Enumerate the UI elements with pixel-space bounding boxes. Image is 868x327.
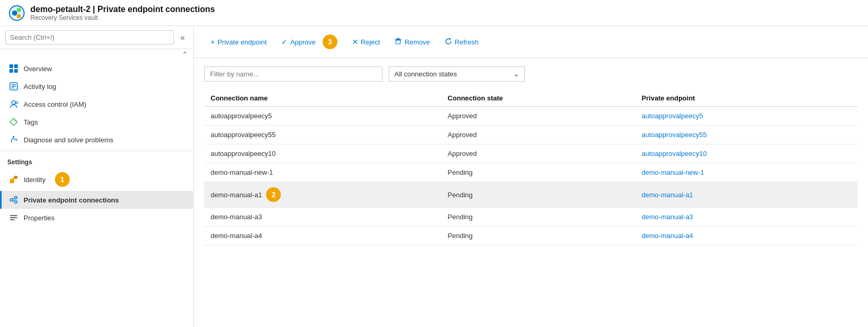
endpoint-link[interactable]: autoapprovalpeecy55 xyxy=(642,131,707,139)
sidebar: « ⌃ Overview Activity log Access control… xyxy=(0,26,194,327)
cell-private-endpoint[interactable]: demo-manual-new-1 xyxy=(635,163,858,182)
row-badge-2: 2 xyxy=(266,187,281,202)
table-row[interactable]: demo-manual-new-1Pendingdemo-manual-new-… xyxy=(204,163,858,182)
reject-button[interactable]: ✕ Reject xyxy=(346,35,387,49)
sidebar-item-tags[interactable]: Tags xyxy=(0,113,193,131)
cell-private-endpoint[interactable]: autoapprovalpeecy5 xyxy=(635,107,858,126)
svg-rect-5 xyxy=(14,64,18,68)
diagnose-icon xyxy=(9,135,18,144)
sidebar-item-diagnose-label: Diagnose and solve problems xyxy=(24,136,113,144)
plus-icon: + xyxy=(211,38,215,46)
filter-name-input[interactable] xyxy=(204,66,382,82)
svg-rect-25 xyxy=(10,215,17,216)
iam-icon xyxy=(9,99,18,109)
svg-point-21 xyxy=(15,197,17,199)
sidebar-item-properties[interactable]: Properties xyxy=(0,209,193,227)
title-bar: demo-petault-2 | Private endpoint connec… xyxy=(0,0,868,26)
table-row[interactable]: autoapprovalpeecy10Approvedautoapprovalp… xyxy=(204,144,858,163)
cell-private-endpoint[interactable]: autoapprovalpeecy55 xyxy=(635,126,858,144)
sidebar-item-activity-log-label: Activity log xyxy=(24,83,56,91)
sidebar-item-activity-log[interactable]: Activity log xyxy=(0,77,193,95)
refresh-button[interactable]: Refresh xyxy=(438,35,485,50)
chevron-down-icon: ⌄ xyxy=(513,70,519,78)
endpoint-connections-icon xyxy=(9,195,18,205)
title-text: demo-petault-2 | Private endpoint connec… xyxy=(30,5,215,21)
connections-table: Connection name Connection state Private… xyxy=(204,90,858,245)
svg-point-22 xyxy=(15,201,17,204)
svg-marker-30 xyxy=(449,38,451,40)
svg-point-13 xyxy=(16,102,18,104)
cell-connection-name: autoapprovalpeecy10 xyxy=(204,144,442,163)
sidebar-item-diagnose[interactable]: Diagnose and solve problems xyxy=(0,131,193,149)
cell-connection-state: Pending xyxy=(442,208,635,227)
cell-connection-name: demo-manual-a3 xyxy=(204,208,442,227)
svg-rect-7 xyxy=(14,69,18,73)
svg-line-24 xyxy=(13,200,15,201)
sidebar-item-tags-label: Tags xyxy=(24,118,38,126)
scroll-up-button[interactable]: ⌃ xyxy=(182,50,188,59)
settings-section-label: Settings xyxy=(0,151,193,168)
cell-connection-state: Approved xyxy=(442,107,635,126)
approve-label: Approve xyxy=(290,38,315,46)
sidebar-item-overview[interactable]: Overview xyxy=(0,60,193,77)
cell-private-endpoint[interactable]: demo-manual-a1 xyxy=(635,182,858,208)
table-row[interactable]: demo-manual-a3Pendingdemo-manual-a3 xyxy=(204,208,858,227)
endpoint-link[interactable]: demo-manual-a4 xyxy=(642,232,693,240)
toolbar: + Private endpoint ✓ Approve 3 ✕ Reject … xyxy=(194,26,868,58)
table-row[interactable]: demo-manual-a4Pendingdemo-manual-a4 xyxy=(204,227,858,245)
svg-point-20 xyxy=(10,199,13,201)
cell-connection-state: Pending xyxy=(442,182,635,208)
cell-private-endpoint[interactable]: demo-manual-a3 xyxy=(635,208,858,227)
filter-state-select[interactable]: All connection states ⌄ xyxy=(389,66,525,82)
properties-icon xyxy=(9,213,18,222)
app-icon xyxy=(8,5,25,21)
sidebar-search-container: « xyxy=(0,26,193,49)
sidebar-item-access-control-label: Access control (IAM) xyxy=(24,100,86,108)
svg-rect-29 xyxy=(397,38,400,39)
trash-icon xyxy=(394,38,402,47)
svg-rect-26 xyxy=(10,217,17,218)
filter-state-label: All connection states xyxy=(394,70,457,78)
svg-point-3 xyxy=(17,14,21,18)
table-row[interactable]: autoapprovalpeecy55Approvedautoapprovalp… xyxy=(204,126,858,144)
endpoint-link[interactable]: demo-manual-a1 xyxy=(642,191,693,199)
cell-private-endpoint[interactable]: demo-manual-a4 xyxy=(635,227,858,245)
col-header-connection-name: Connection name xyxy=(204,90,442,107)
endpoint-link[interactable]: demo-manual-new-1 xyxy=(642,168,704,176)
sidebar-item-endpoint-label: Private endpoint connections xyxy=(24,196,119,204)
sidebar-collapse-button[interactable]: « xyxy=(177,32,188,43)
remove-label: Remove xyxy=(404,38,430,46)
add-private-endpoint-button[interactable]: + Private endpoint xyxy=(204,35,273,49)
remove-button[interactable]: Remove xyxy=(388,35,436,50)
search-input[interactable] xyxy=(5,30,174,44)
svg-rect-6 xyxy=(9,69,13,73)
svg-rect-17 xyxy=(10,179,14,183)
svg-point-2 xyxy=(17,8,21,12)
refresh-label: Refresh xyxy=(455,38,479,46)
approve-button[interactable]: ✓ Approve 3 xyxy=(275,31,343,52)
content-area: All connection states ⌄ Connection name … xyxy=(194,58,868,327)
cell-private-endpoint[interactable]: autoapprovalpeecy10 xyxy=(635,144,858,163)
sidebar-item-identity[interactable]: Identity 1 xyxy=(0,168,193,191)
cell-connection-name: demo-manual-a12 xyxy=(204,182,442,208)
scroll-up-container: ⌃ xyxy=(0,49,193,60)
refresh-icon xyxy=(445,38,452,47)
identity-icon xyxy=(9,175,18,184)
endpoint-link[interactable]: demo-manual-a3 xyxy=(642,213,693,221)
sidebar-badge-1: 1 xyxy=(55,172,70,187)
endpoint-link[interactable]: autoapprovalpeecy5 xyxy=(642,112,703,120)
table-body: autoapprovalpeecy5Approvedautoapprovalpe… xyxy=(204,107,858,245)
svg-point-12 xyxy=(12,101,16,105)
x-icon: ✕ xyxy=(352,38,358,46)
sidebar-item-access-control[interactable]: Access control (IAM) xyxy=(0,95,193,113)
col-header-connection-state: Connection state xyxy=(442,90,635,107)
sidebar-item-private-endpoint-connections[interactable]: Private endpoint connections xyxy=(0,191,193,209)
table-row[interactable]: autoapprovalpeecy5Approvedautoapprovalpe… xyxy=(204,107,858,126)
svg-point-16 xyxy=(13,136,15,138)
endpoint-link[interactable]: autoapprovalpeecy10 xyxy=(642,150,707,157)
sidebar-item-overview-label: Overview xyxy=(24,65,52,73)
svg-point-15 xyxy=(15,120,16,121)
cell-connection-state: Pending xyxy=(442,227,635,245)
svg-rect-18 xyxy=(12,177,14,179)
table-row[interactable]: demo-manual-a12Pendingdemo-manual-a1 xyxy=(204,182,858,208)
